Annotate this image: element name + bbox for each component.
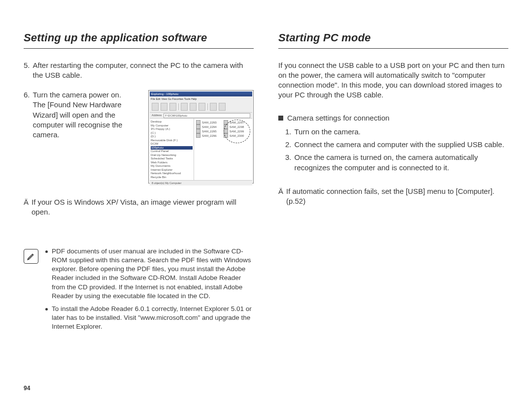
info-item-1-body: PDF documents of user manual are include… [52,247,254,301]
step-6-row: 6. Turn the camera power on. The [Found … [24,90,254,184]
addr-value: F:\DCIM\100photo [164,113,250,118]
step-5: 5. After restarting the computer, connec… [24,61,254,81]
tree-item: Network Neighborhood [151,172,193,176]
tree-item: 3½ Floppy (A:) [151,127,193,131]
step-6-body: Turn the camera power on. The [Found New… [33,90,142,184]
list-item-2-body: Connect the camera and computer with the… [295,140,504,150]
file-item: SAM_2293 [196,120,217,124]
file-icon [196,129,200,133]
shot-file-pane: SAM_2293 SAM_2294 SAM_2295 SAM_2296 SAM_… [194,119,252,180]
info-item-1: PDF documents of user manual are include… [45,247,254,301]
tree-item: (D:) [151,135,193,139]
tree-item: Desktop [151,120,193,124]
step-6-number: 6. [24,90,30,184]
list-item-2: 2. Connect the camera and computer with … [285,140,508,150]
left-title-rule [24,48,254,49]
left-column: Setting up the application software 5. A… [24,31,254,401]
subheading-row: Camera settings for connection [278,113,508,123]
toolbar-copy-icon [190,103,197,111]
shot-toolbar [150,101,252,113]
toolbar-paste-icon [199,103,205,111]
toolbar-undo-icon [210,103,217,111]
file-item: SAM_2294 [196,124,217,129]
xp-note-body: If your OS is Windows XP/ Vista, an imag… [32,197,254,217]
toolbar-separator [207,103,208,110]
info-box: PDF documents of user manual are include… [24,247,254,336]
auto-connection-body: If automatic connection fails, set the [… [286,186,508,207]
tree-item: My Documents [151,164,193,168]
tree-item: My Computer [151,124,193,128]
shot-statusbar: 8 object(s) My Computer [150,180,252,185]
list-item-1-num: 1. [285,127,292,137]
list-item-1: 1. Turn on the camera. [285,127,508,137]
xp-note: Ä If your OS is Windows XP/ Vista, an im… [24,197,254,217]
tree-item: Web Folders [151,161,193,165]
numbered-list: 1. Turn on the camera. 2. Connect the ca… [278,127,508,176]
note-mark-icon: Ä [278,186,283,207]
file-item: SAM_2295 [196,129,217,133]
tree-item: Internet Explorer [151,168,193,172]
list-item-2-num: 2. [285,140,292,150]
toolbar-separator [178,103,179,110]
shot-tree: Desktop My Computer 3½ Floppy (A:) (C:) … [150,119,194,180]
toolbar-back-icon [152,103,159,111]
file-icon [196,133,200,138]
toolbar-delete-icon [219,103,226,111]
square-bullet-icon [278,116,283,121]
shot-addressbar: Address F:\DCIM\100photo [150,113,252,119]
tree-item-selected: 100photo [151,146,193,150]
file-icon [196,120,200,124]
bullet-icon [45,308,48,310]
list-item-1-body: Turn on the camera. [295,127,361,137]
right-column: Starting PC mode If you connect the USB … [278,31,508,401]
info-item-2: To install the Adobe Reader 6.0.1 correc… [45,305,254,332]
explorer-screenshot: Exploring - 100photo File Edit View Go F… [148,90,254,184]
tree-item: Recycle Bin [151,176,193,180]
file-label: SAM_2295 [202,129,217,133]
shot-menubar: File Edit View Go Favorites Tools Help [150,97,252,101]
subheading-text: Camera settings for connection [287,113,390,123]
shot-titlebar: Exploring - 100photo [150,92,252,96]
note-pencil-icon [24,249,38,264]
auto-connection-note: Ä If automatic connection fails, set the… [278,186,508,207]
right-intro: If you connect the USB cable to a USB po… [278,61,508,100]
tree-item: Scheduled Tasks [151,157,193,161]
list-item-3-body: Once the camera is turned on, the camera… [295,153,508,173]
step-5-number: 5. [24,61,30,81]
toolbar-forward-icon [161,103,167,111]
list-item-3-num: 3. [285,153,292,173]
step-5-body: After restarting the computer, connect t… [33,61,254,81]
info-item-2-body: To install the Adobe Reader 6.0.1 correc… [52,305,254,332]
file-item: SAM_2296 [196,133,217,138]
right-title-rule [278,48,508,49]
left-title: Setting up the application software [24,31,254,45]
addr-label: Address [152,114,162,117]
tree-item: Control Panel [151,150,193,154]
file-label: SAM_2294 [202,125,217,129]
file-label: SAM_2293 [202,121,217,124]
tree-item: Dial-Up Networking [151,154,193,157]
toolbar-cut-icon [181,103,188,111]
toolbar-up-icon [169,103,176,111]
list-item-3: 3. Once the camera is turned on, the cam… [285,153,508,173]
tree-item: Removable Disk (F:) [151,139,193,143]
tree-item: DCIM [151,142,193,146]
file-label: SAM_2296 [202,134,217,138]
page-number: 94 [24,384,30,392]
note-mark-icon: Ä [24,197,29,217]
tree-item: (C:) [151,131,193,135]
highlight-circle [224,120,250,143]
right-title: Starting PC mode [278,31,508,45]
file-icon [196,124,200,129]
bullet-icon [45,250,48,253]
